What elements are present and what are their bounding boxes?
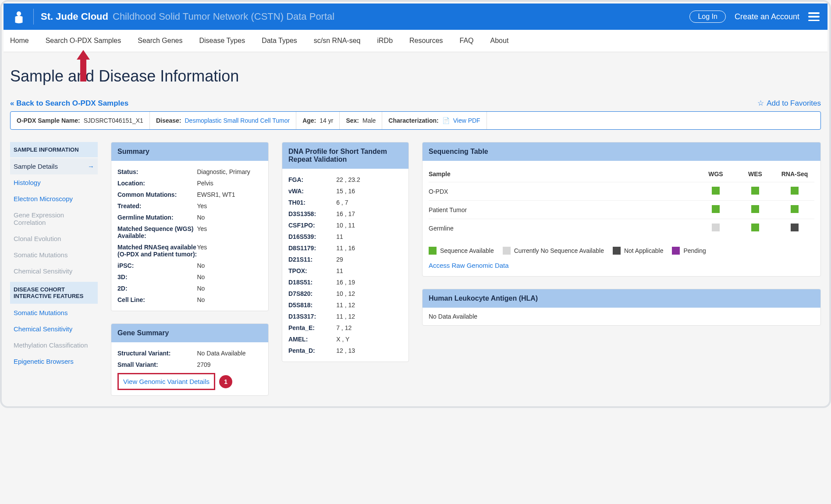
data-row: Common Mutations:EWSR1, WT1 xyxy=(117,189,262,200)
hla-panel: Human Leukocyte Antigen (HLA) No Data Av… xyxy=(422,289,821,326)
sidebar-item[interactable]: Somatic Mutations xyxy=(10,305,98,321)
data-row: D13S317:11 , 12 xyxy=(288,311,402,322)
data-row: Location:Pelvis xyxy=(117,177,262,189)
stjude-logo-icon xyxy=(11,9,26,24)
data-row: FGA:22 , 23.2 xyxy=(288,174,402,185)
nav-irdb[interactable]: iRDb xyxy=(377,30,393,52)
disease-link[interactable]: Desmoplastic Small Round Cell Tumor xyxy=(185,117,290,124)
seq-header-row: Sample WGS WES RNA-Seq xyxy=(429,166,814,182)
nav-search-opdx[interactable]: Search O-PDX Samples xyxy=(46,30,121,52)
add-to-favorites-link[interactable]: ☆ Add to Favorites xyxy=(757,99,821,108)
nav-faq[interactable]: FAQ xyxy=(460,30,474,52)
annotation-step-1-badge: 1 xyxy=(219,375,232,388)
top-header: St. Jude Cloud Childhood Solid Tumor Net… xyxy=(4,4,827,30)
data-row: D7S820:10 , 12 xyxy=(288,288,402,299)
menu-icon[interactable] xyxy=(808,12,820,21)
sidebar: SAMPLE INFORMATION Sample Details→Histol… xyxy=(10,142,98,369)
annotation-step-1-box: View Genomic Variant Details 1 xyxy=(117,373,215,390)
nav-about[interactable]: About xyxy=(490,30,509,52)
legend-item: Currently No Sequence Available xyxy=(503,247,604,255)
status-square-icon xyxy=(751,205,759,213)
favorite-label: Add to Favorites xyxy=(767,99,821,108)
status-square-icon xyxy=(791,187,799,195)
brand-subtitle: Childhood Solid Tumor Network (CSTN) Dat… xyxy=(113,11,334,22)
seq-row: Germline xyxy=(429,219,814,237)
sidebar-item: Clonal Evolution xyxy=(10,231,98,247)
info-disease: Disease: Desmoplastic Small Round Cell T… xyxy=(150,112,296,129)
pdf-icon: 📄 xyxy=(442,117,450,124)
data-row: D5S818:11 , 12 xyxy=(288,299,402,311)
nav-resources[interactable]: Resources xyxy=(409,30,443,52)
data-row: AMEL:X , Y xyxy=(288,334,402,345)
status-square-icon xyxy=(712,187,720,195)
legend-square-icon xyxy=(429,247,437,255)
data-row: D18S51:16 , 19 xyxy=(288,277,402,288)
info-sex: Sex: Male xyxy=(340,112,382,129)
sidebar-item: Methylation Classification xyxy=(10,337,98,353)
data-row: vWA:15 , 16 xyxy=(288,185,402,197)
nav-rna-seq[interactable]: sc/sn RNA-seq xyxy=(314,30,361,52)
view-pdf-link[interactable]: View PDF xyxy=(453,117,480,124)
access-raw-data-link[interactable]: Access Raw Genomic Data xyxy=(429,255,814,271)
data-row: Penta_D:12 , 13 xyxy=(288,345,402,356)
status-square-icon xyxy=(712,205,720,213)
nav-search-genes[interactable]: Search Genes xyxy=(138,30,182,52)
seq-row: O-PDX xyxy=(429,182,814,200)
hla-body: No Data Available xyxy=(423,308,820,325)
status-square-icon xyxy=(751,187,759,195)
hla-title: Human Leukocyte Antigen (HLA) xyxy=(423,289,820,308)
sidebar-item[interactable]: Histology xyxy=(10,174,98,191)
sidebar-item: Chemical Sensitivity xyxy=(10,263,98,279)
sample-info-bar: O-PDX Sample Name: SJDSRCT046151_X1 Dise… xyxy=(10,111,821,130)
data-row: Penta_E:7 , 12 xyxy=(288,322,402,334)
legend-square-icon xyxy=(503,247,511,255)
seq-row: Patient Tumor xyxy=(429,200,814,219)
info-characterization: Characterization: 📄 View PDF xyxy=(382,112,487,129)
data-row: Small Variant:2709 xyxy=(117,359,262,370)
sidebar-section-sample-info: SAMPLE INFORMATION xyxy=(10,142,98,157)
legend-item: Sequence Available xyxy=(429,247,494,255)
nav-disease-types[interactable]: Disease Types xyxy=(199,30,245,52)
data-row: iPSC:No xyxy=(117,260,262,271)
data-row: TPOX:11 xyxy=(288,265,402,277)
data-row: Structural Variant:No Data Available xyxy=(117,348,262,359)
sidebar-item[interactable]: Chemical Sensitivity xyxy=(10,321,98,337)
status-square-icon xyxy=(712,224,720,231)
legend-square-icon xyxy=(613,247,621,255)
sidebar-item[interactable]: Sample Details→ xyxy=(10,158,98,174)
data-row: Status:Diagnostic, Primary xyxy=(117,166,262,177)
status-square-icon xyxy=(791,224,799,231)
create-account-link[interactable]: Create an Account xyxy=(735,12,799,21)
summary-panel: Summary Status:Diagnostic, PrimaryLocati… xyxy=(111,142,269,311)
gene-summary-panel: Gene Summary Structural Variant:No Data … xyxy=(111,323,269,396)
sidebar-item[interactable]: Electron Microscopy xyxy=(10,191,98,207)
logo-block: St. Jude Cloud Childhood Solid Tumor Net… xyxy=(11,9,334,25)
gene-summary-title: Gene Summary xyxy=(111,324,268,342)
view-genomic-variant-link[interactable]: View Genomic Variant Details xyxy=(123,378,210,385)
brand-title: St. Jude Cloud xyxy=(41,11,108,22)
dna-profile-title: DNA Profile for Short Tandem Repeat Vali… xyxy=(282,142,408,169)
data-row: Treated:Yes xyxy=(117,200,262,212)
data-row: D21S11:29 xyxy=(288,254,402,265)
annotation-arrow-icon xyxy=(77,50,90,81)
data-row: D3S1358:16 , 17 xyxy=(288,208,402,220)
data-row: 2D:No xyxy=(117,283,262,294)
data-row: Germline Mutation:No xyxy=(117,212,262,223)
info-sample-name: O-PDX Sample Name: SJDSRCT046151_X1 xyxy=(11,112,150,129)
data-row: Matched Sequence (WGS) Available:Yes xyxy=(117,223,262,241)
nav-home[interactable]: Home xyxy=(10,30,29,52)
sequencing-title: Sequencing Table xyxy=(423,142,820,161)
data-row: D16S539:11 xyxy=(288,231,402,242)
data-row: CSF1PO:10 , 11 xyxy=(288,220,402,231)
sidebar-item[interactable]: Epigenetic Browsers xyxy=(10,353,98,369)
data-row: D8S1179:11 , 16 xyxy=(288,242,402,254)
login-button[interactable]: Log In xyxy=(689,11,725,23)
data-row: 3D:No xyxy=(117,271,262,283)
back-link[interactable]: « Back to Search O-PDX Samples xyxy=(10,99,128,108)
data-row: TH01:6 , 7 xyxy=(288,197,402,208)
sidebar-section-disease-cohort: DISEASE COHORT INTERACTIVE FEATURES xyxy=(10,282,98,304)
sidebar-item: Gene Expression Correlation xyxy=(10,207,98,231)
status-square-icon xyxy=(791,205,799,213)
nav-data-types[interactable]: Data Types xyxy=(262,30,297,52)
legend-item: Not Applicable xyxy=(613,247,664,255)
